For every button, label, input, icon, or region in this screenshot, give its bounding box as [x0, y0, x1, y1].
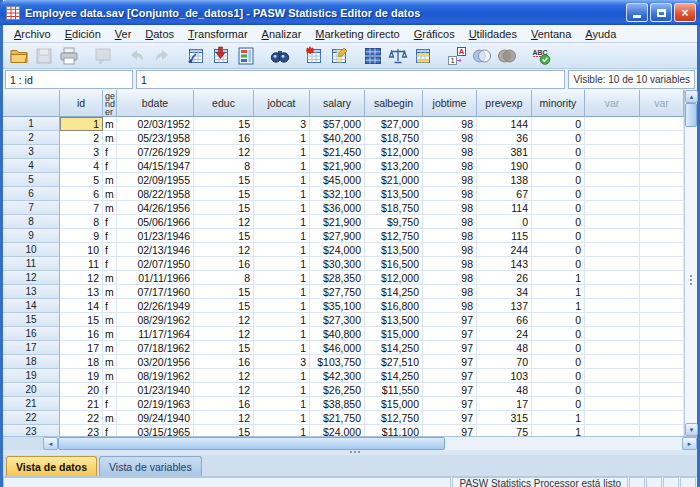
cell-18-bdate[interactable]: 03/20/1956	[117, 355, 194, 369]
cell-12-gender[interactable]: m	[103, 271, 117, 285]
cell-2-bdate[interactable]: 05/23/1958	[117, 131, 194, 145]
cell-22-minority[interactable]: 1	[532, 411, 585, 425]
horizontal-scroll-thumb[interactable]	[58, 437, 445, 450]
cell-20-id[interactable]: 20	[60, 383, 103, 397]
cell-23-minority[interactable]: 1	[532, 425, 585, 436]
cell-19-id[interactable]: 19	[60, 369, 103, 383]
cell-17-prevexp[interactable]: 48	[477, 341, 532, 355]
cell-7-gender[interactable]: m	[103, 201, 117, 215]
cell-23-var[interactable]	[640, 425, 684, 436]
cell-13-prevexp[interactable]: 34	[477, 285, 532, 299]
cell-1-salary[interactable]: $57,000	[310, 117, 365, 131]
vertical-scroll-track[interactable]	[685, 127, 697, 423]
cell-16-salbegin[interactable]: $15,000	[365, 327, 423, 341]
insert-variable-icon[interactable]	[326, 44, 351, 67]
goto-case-icon[interactable]	[183, 44, 208, 67]
cell-20-minority[interactable]: 0	[532, 383, 585, 397]
cell-19-educ[interactable]: 12	[194, 369, 254, 383]
weight-cases-icon[interactable]	[385, 44, 410, 67]
scroll-right-icon[interactable]: ►	[682, 437, 697, 450]
split-file-icon[interactable]	[360, 44, 385, 67]
cell-13-educ[interactable]: 15	[194, 285, 254, 299]
cell-2-id[interactable]: 2	[60, 131, 103, 145]
cell-14-educ[interactable]: 15	[194, 299, 254, 313]
cell-5-bdate[interactable]: 02/09/1955	[117, 173, 194, 187]
cell-23-salary[interactable]: $24,000	[310, 425, 365, 436]
cell-17-var[interactable]	[585, 341, 640, 355]
column-header-salary[interactable]: salary	[310, 90, 365, 117]
cell-5-var[interactable]	[585, 173, 640, 187]
cell-20-gender[interactable]: f	[103, 383, 117, 397]
cell-3-var[interactable]	[585, 145, 640, 159]
row-number[interactable]: 11	[3, 257, 60, 271]
cell-22-id[interactable]: 22	[60, 411, 103, 425]
cell-14-minority[interactable]: 1	[532, 299, 585, 313]
select-cases-icon[interactable]	[410, 44, 435, 67]
cell-6-gender[interactable]: m	[103, 187, 117, 201]
cell-17-id[interactable]: 17	[60, 341, 103, 355]
cell-14-prevexp[interactable]: 137	[477, 299, 532, 313]
goto-variable-icon[interactable]	[208, 44, 233, 67]
cell-3-educ[interactable]: 12	[194, 145, 254, 159]
tab-vista-de-datos[interactable]: Vista de datos	[6, 456, 97, 476]
cell-20-var[interactable]	[585, 383, 640, 397]
cell-11-id[interactable]: 11	[60, 257, 103, 271]
cell-9-gender[interactable]: f	[103, 229, 117, 243]
select-all-corner[interactable]	[3, 90, 60, 117]
cell-5-educ[interactable]: 15	[194, 173, 254, 187]
cell-editor[interactable]: 1	[136, 70, 565, 89]
cell-1-gender[interactable]: m	[103, 117, 117, 131]
cell-14-id[interactable]: 14	[60, 299, 103, 313]
cell-7-prevexp[interactable]: 114	[477, 201, 532, 215]
cell-19-var[interactable]	[585, 369, 640, 383]
find-icon[interactable]	[267, 44, 292, 67]
cell-5-prevexp[interactable]: 138	[477, 173, 532, 187]
cell-7-bdate[interactable]: 04/26/1956	[117, 201, 194, 215]
close-button[interactable]: ×	[674, 3, 696, 22]
cell-6-bdate[interactable]: 08/22/1958	[117, 187, 194, 201]
cell-4-prevexp[interactable]: 190	[477, 159, 532, 173]
cell-9-prevexp[interactable]: 115	[477, 229, 532, 243]
cell-16-educ[interactable]: 12	[194, 327, 254, 341]
cell-20-jobtime[interactable]: 97	[423, 383, 477, 397]
menu-item-ayuda[interactable]: Ayuda	[578, 27, 623, 41]
cell-23-jobtime[interactable]: 97	[423, 425, 477, 436]
cell-3-salary[interactable]: $21,450	[310, 145, 365, 159]
minimize-button[interactable]	[626, 3, 648, 22]
cell-22-var[interactable]	[640, 411, 684, 425]
cell-9-var[interactable]	[640, 229, 684, 243]
cell-4-var[interactable]	[640, 159, 684, 173]
cell-21-var[interactable]	[585, 397, 640, 411]
row-number[interactable]: 16	[3, 327, 60, 341]
cell-23-var[interactable]	[585, 425, 640, 436]
cell-8-minority[interactable]: 0	[532, 215, 585, 229]
cell-17-jobcat[interactable]: 1	[254, 341, 310, 355]
show-all-variables-icon[interactable]	[494, 44, 519, 67]
cell-17-educ[interactable]: 15	[194, 341, 254, 355]
menu-item-ver[interactable]: Ver	[108, 27, 139, 41]
cell-8-jobcat[interactable]: 1	[254, 215, 310, 229]
cell-6-jobtime[interactable]: 98	[423, 187, 477, 201]
cell-12-educ[interactable]: 8	[194, 271, 254, 285]
cell-9-educ[interactable]: 15	[194, 229, 254, 243]
cell-11-var[interactable]	[640, 257, 684, 271]
cell-12-var[interactable]	[585, 271, 640, 285]
cell-6-prevexp[interactable]: 67	[477, 187, 532, 201]
cell-18-jobcat[interactable]: 3	[254, 355, 310, 369]
row-number[interactable]: 23	[3, 425, 60, 436]
cell-22-educ[interactable]: 12	[194, 411, 254, 425]
cell-4-bdate[interactable]: 04/15/1947	[117, 159, 194, 173]
cell-19-salbegin[interactable]: $14,250	[365, 369, 423, 383]
maximize-button[interactable]	[650, 3, 672, 22]
cell-12-id[interactable]: 12	[60, 271, 103, 285]
cell-16-id[interactable]: 16	[60, 327, 103, 341]
cell-1-var[interactable]	[585, 117, 640, 131]
cell-5-salbegin[interactable]: $21,000	[365, 173, 423, 187]
menu-item-archivo[interactable]: Archivo	[7, 27, 58, 41]
cell-10-jobcat[interactable]: 1	[254, 243, 310, 257]
cell-10-gender[interactable]: f	[103, 243, 117, 257]
cell-19-minority[interactable]: 0	[532, 369, 585, 383]
row-number[interactable]: 1	[3, 117, 60, 131]
cell-17-var[interactable]	[640, 341, 684, 355]
cell-15-salary[interactable]: $27,300	[310, 313, 365, 327]
